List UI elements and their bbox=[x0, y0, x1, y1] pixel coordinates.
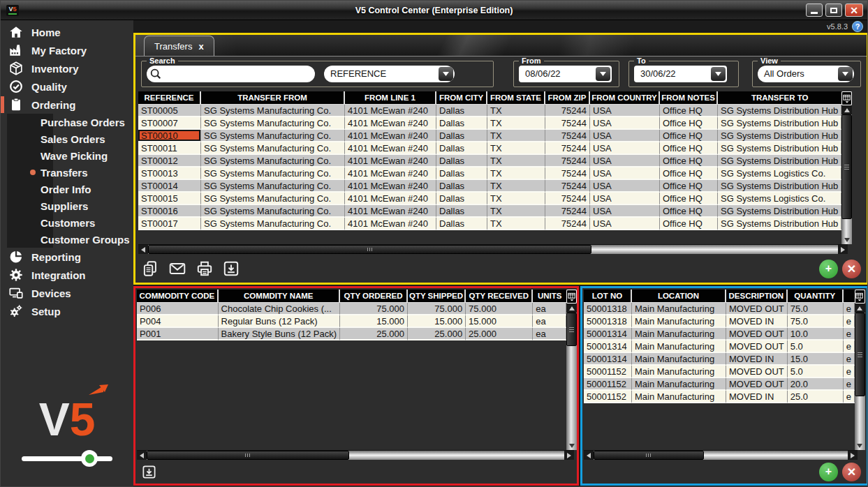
table-cell[interactable]: 75.000 bbox=[340, 303, 408, 315]
sidebar-item-customer-groups[interactable]: Customer Groups bbox=[1, 231, 133, 248]
table-cell[interactable]: SG Systems Manufacturing Co. bbox=[201, 130, 345, 142]
table-cell[interactable]: USA bbox=[590, 155, 660, 167]
table-row[interactable]: ST00012SG Systems Manufacturing Co.4101 … bbox=[138, 155, 841, 167]
table-cell[interactable]: Dallas bbox=[436, 180, 487, 193]
scroll-up-button[interactable] bbox=[855, 304, 865, 313]
table-cell[interactable]: TX bbox=[487, 180, 545, 193]
scroll-down-button[interactable] bbox=[855, 441, 865, 450]
column-header-from-state[interactable]: FROM STATE bbox=[487, 91, 545, 105]
table-row[interactable]: P001Bakery Style Buns (12 Pack)25.00025.… bbox=[137, 328, 566, 340]
column-header-quantity[interactable]: QUANTITY bbox=[788, 290, 844, 303]
horizontal-scrollbar[interactable] bbox=[137, 450, 574, 460]
table-cell[interactable]: USA bbox=[590, 205, 660, 218]
delete-button[interactable]: ✕ bbox=[842, 463, 861, 481]
vertical-scrollbar[interactable] bbox=[855, 290, 865, 450]
table-cell[interactable]: 75244 bbox=[545, 205, 590, 218]
table-cell[interactable]: Dallas bbox=[436, 142, 487, 155]
search-box[interactable] bbox=[147, 66, 315, 82]
table-cell[interactable]: Dallas bbox=[436, 105, 487, 117]
table-cell[interactable]: 50001314 bbox=[584, 353, 632, 366]
email-icon[interactable] bbox=[168, 260, 187, 278]
table-cell[interactable]: TX bbox=[487, 167, 545, 180]
table-cell[interactable]: Dallas bbox=[436, 205, 487, 218]
scroll-right-button[interactable] bbox=[848, 451, 858, 460]
table-cell[interactable]: Office HQ bbox=[660, 130, 718, 142]
column-header-from-zip[interactable]: FROM ZIP bbox=[545, 91, 590, 105]
table-cell[interactable]: 15.000 bbox=[466, 315, 533, 328]
scroll-down-button[interactable] bbox=[566, 441, 577, 450]
table-cell[interactable]: Main Manufacturing bbox=[632, 303, 726, 315]
table-cell[interactable]: SG Systems Distribution Hub bbox=[718, 105, 841, 117]
table-cell[interactable]: MOVED OUT bbox=[726, 378, 788, 391]
table-cell[interactable]: 75244 bbox=[545, 142, 590, 155]
table-cell[interactable]: 25.000 bbox=[340, 328, 408, 340]
table-cell[interactable]: 10.0 bbox=[788, 328, 844, 340]
column-header-transfer-to[interactable]: TRANSFER TO bbox=[718, 91, 841, 105]
to-date-picker[interactable]: 30/06/22 bbox=[634, 66, 727, 82]
table-cell[interactable]: Office HQ bbox=[660, 105, 718, 117]
table-cell[interactable]: USA bbox=[590, 167, 660, 180]
search-input[interactable] bbox=[162, 68, 302, 80]
table-cell[interactable]: Office HQ bbox=[660, 193, 718, 205]
sidebar-item-home[interactable]: Home bbox=[1, 23, 133, 41]
add-button[interactable]: + bbox=[819, 260, 838, 278]
table-cell[interactable]: ST00017 bbox=[138, 218, 201, 230]
column-header-units[interactable] bbox=[844, 290, 855, 303]
chevron-down-icon[interactable] bbox=[711, 67, 726, 81]
scroll-left-button[interactable] bbox=[137, 451, 147, 460]
table-cell[interactable]: SG Systems Distribution Hub bbox=[718, 180, 841, 193]
table-cell[interactable]: 4101 McEwan #240 bbox=[345, 205, 436, 218]
column-header-units[interactable]: UNITS bbox=[533, 290, 566, 303]
table-cell[interactable]: ST00010 bbox=[138, 130, 201, 142]
chevron-down-icon[interactable] bbox=[439, 67, 453, 81]
table-cell[interactable]: 75244 bbox=[545, 193, 590, 205]
minimize-button[interactable] bbox=[806, 3, 823, 17]
table-cell[interactable]: Dallas bbox=[436, 167, 487, 180]
table-cell[interactable]: 4101 McEwan #240 bbox=[345, 193, 436, 205]
table-cell[interactable]: SG Systems Distribution Hub bbox=[718, 155, 841, 167]
table-row[interactable]: ST00017SG Systems Manufacturing Co.4101 … bbox=[138, 218, 841, 230]
table-cell[interactable]: Dallas bbox=[436, 155, 487, 167]
table-cell[interactable]: Office HQ bbox=[660, 155, 718, 167]
scroll-up-button[interactable] bbox=[841, 105, 852, 114]
table-cell[interactable]: Dallas bbox=[436, 117, 487, 130]
table-cell[interactable]: SG Systems Distribution Hub bbox=[718, 142, 841, 155]
column-picker-icon[interactable] bbox=[855, 290, 865, 304]
table-cell[interactable]: Main Manufacturing bbox=[632, 340, 726, 353]
table-cell[interactable]: 15.000 bbox=[340, 315, 408, 328]
maximize-button[interactable] bbox=[825, 3, 842, 17]
table-cell[interactable]: Regular Buns (12 Pack) bbox=[219, 315, 340, 328]
table-row[interactable]: ST00010SG Systems Manufacturing Co.4101 … bbox=[138, 130, 841, 142]
table-cell[interactable]: TX bbox=[487, 105, 545, 117]
table-cell[interactable]: Chocolate Chip Cookies (... bbox=[219, 303, 340, 315]
horizontal-scrollbar[interactable] bbox=[584, 450, 858, 460]
table-cell[interactable]: TX bbox=[487, 205, 545, 218]
table-cell[interactable]: SG Systems Logistics Co. bbox=[718, 167, 841, 180]
table-cell[interactable]: 50001152 bbox=[584, 366, 632, 378]
table-cell[interactable]: Office HQ bbox=[660, 167, 718, 180]
table-cell[interactable]: USA bbox=[590, 117, 660, 130]
scroll-down-button[interactable] bbox=[841, 235, 852, 244]
table-cell[interactable]: SG Systems Distribution Hub bbox=[718, 205, 841, 218]
table-row[interactable]: ST00013SG Systems Manufacturing Co.4101 … bbox=[138, 167, 841, 180]
column-header-from-country[interactable]: FROM COUNTRY bbox=[590, 91, 660, 105]
table-cell[interactable]: 4101 McEwan #240 bbox=[345, 142, 436, 155]
table-cell[interactable]: TX bbox=[487, 218, 545, 230]
table-cell[interactable]: 50001318 bbox=[584, 303, 632, 315]
table-row[interactable]: 50001152Main ManufacturingMOVED OUT5.0e bbox=[584, 366, 855, 378]
table-cell[interactable]: 75244 bbox=[545, 167, 590, 180]
table-cell[interactable]: 75244 bbox=[545, 218, 590, 230]
table-cell[interactable]: SG Systems Manufacturing Co. bbox=[201, 167, 345, 180]
table-cell[interactable]: 50001152 bbox=[584, 378, 632, 391]
table-cell[interactable]: SG Systems Logistics Co. bbox=[718, 193, 841, 205]
table-cell[interactable]: e bbox=[844, 391, 855, 403]
table-row[interactable]: 50001318Main ManufacturingMOVED OUT75.0e bbox=[584, 303, 855, 315]
table-cell[interactable]: MOVED OUT bbox=[726, 303, 788, 315]
tab-close-icon[interactable]: x bbox=[198, 41, 203, 52]
table-cell[interactable]: 5.0 bbox=[788, 340, 844, 353]
table-cell[interactable]: Main Manufacturing bbox=[632, 391, 726, 403]
table-cell[interactable]: SG Systems Manufacturing Co. bbox=[201, 218, 345, 230]
print-icon[interactable] bbox=[196, 260, 214, 278]
table-cell[interactable]: 25.000 bbox=[408, 328, 466, 340]
table-cell[interactable]: MOVED OUT bbox=[726, 340, 788, 353]
